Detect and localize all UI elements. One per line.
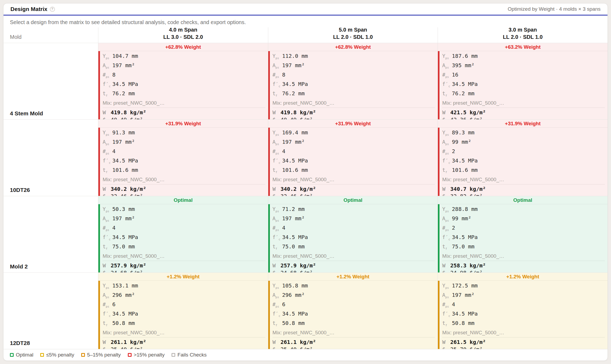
property-line-n: #ps4 (442, 301, 605, 310)
metric-line-cost: $40.49 $/m² (103, 116, 265, 119)
legend-item-5: Fails Checks (172, 352, 207, 358)
mix-line: Mix: preset_NWC_5000_… (103, 252, 265, 260)
design-cell-r2c3[interactable]: +31.9% WeightYps89.3 mmAps99 mm²#ps2f′c3… (438, 119, 608, 196)
design-cell-r1c3[interactable]: +63.2% WeightYps187.6 mmAps395 mm²#ps16f… (438, 43, 608, 119)
property-line-y: Yps105.8 mm (273, 282, 435, 291)
metrics-divider (273, 337, 435, 338)
property-line-a: Aps99 mm² (442, 215, 605, 224)
span-label: 3.0 m Span (509, 26, 537, 33)
metric-line-w: W261.1 kg/m² (103, 339, 265, 346)
metric-line-w: W419.8 kg/m² (103, 109, 265, 116)
design-cell-details: Yps105.8 mmAps296 mm²#ps6f′c34.5 MPatf50… (268, 281, 438, 349)
property-line-a: Aps296 mm² (103, 291, 265, 301)
metric-line-w: W340.2 kg/m² (103, 185, 265, 193)
status-badge: Optimal (268, 196, 438, 204)
mix-line: Mix: preset_NWC_5000_… (103, 176, 265, 183)
metric-line-cost: $24.68 $/m² (273, 269, 435, 272)
legend-swatch-icon (81, 353, 85, 357)
panel-header: Design Matrix ? Optimized by Weight · 4 … (3, 3, 608, 16)
metric-line-cost: $32.46 $/m² (103, 193, 265, 196)
mix-line: Mix: preset_NWC_5000_… (103, 329, 265, 336)
span-column-header-2: 5.0 m SpanLL 2.0 · SDL 1.0 (268, 27, 438, 43)
legend-label: >15% penalty (134, 352, 165, 358)
design-cell-r3c3[interactable]: OptimalYps288.8 mmAps99 mm²#ps2f′c34.5 M… (438, 196, 608, 272)
metric-line-cost: $32.46 $/m² (273, 193, 435, 196)
property-line-n: #ps6 (103, 301, 265, 310)
help-icon[interactable]: ? (50, 7, 55, 12)
span-label: 5.0 m Span (339, 26, 367, 33)
design-cell-r4c3[interactable]: +1.2% WeightYps172.5 mmAps197 mm²#ps4f′c… (438, 272, 608, 349)
mix-line: Mix: preset_NWC_5000_… (273, 176, 435, 183)
metric-line-w: W261.5 kg/m² (442, 339, 605, 346)
property-line-n: #ps16 (442, 71, 605, 81)
mix-line: Mix: preset_NWC_5000_… (442, 329, 605, 336)
legend-swatch-icon (128, 353, 132, 357)
property-line-tf: tf101.6 mm (273, 166, 435, 176)
status-badge: +31.9% Weight (98, 120, 268, 128)
mold-column-header: Mold (3, 27, 98, 43)
design-cell-details: Yps288.8 mmAps99 mm²#ps2f′c34.5 MPatf75.… (438, 204, 608, 272)
status-badge: +1.2% Weight (438, 273, 608, 281)
design-cell-r2c1[interactable]: +31.9% WeightYps91.3 mmAps197 mm²#ps4f′c… (98, 119, 268, 196)
design-cell-r4c1[interactable]: +1.2% WeightYps153.1 mmAps296 mm²#ps6f′c… (98, 272, 268, 349)
design-cell-r2c2[interactable]: +31.9% WeightYps169.4 mmAps197 mm²#ps4f′… (268, 119, 438, 196)
design-cell-details: Yps153.1 mmAps296 mm²#ps6f′c34.5 MPatf50… (98, 281, 268, 349)
span-label: 4.0 m Span (169, 26, 198, 33)
design-cell-details: Yps172.5 mmAps197 mm²#ps4f′c34.5 MPatf50… (438, 281, 608, 349)
metrics-divider (103, 108, 265, 108)
design-cell-r1c2[interactable]: +62.8% WeightYps112.0 mmAps197 mm²#ps8f′… (268, 43, 438, 119)
property-line-tf: tf50.8 mm (442, 320, 605, 329)
metric-line-cost: $24.98 $/m² (442, 269, 605, 272)
status-badge: +31.9% Weight (268, 120, 438, 128)
legend-label: ≤5% penalty (46, 352, 74, 358)
property-line-n: #ps8 (273, 71, 435, 81)
mold-row-label: 12DT28 (3, 272, 98, 349)
property-line-n: #ps4 (103, 224, 265, 234)
design-cell-r4c2[interactable]: +1.2% WeightYps105.8 mmAps296 mm²#ps6f′c… (268, 272, 438, 349)
mold-row-label: 10DT26 (3, 119, 98, 196)
design-matrix-table: Mold 4.0 m SpanLL 3.0 · SDL 2.05.0 m Spa… (3, 27, 608, 349)
loads-label: LL 2.0 · SDL 1.0 (503, 33, 543, 41)
metric-line-cost: $25.40 $/m² (273, 346, 435, 349)
property-line-fc: f′c34.5 MPa (442, 310, 605, 320)
design-cell-details: Yps187.6 mmAps395 mm²#ps16f′c34.5 MPatf7… (438, 51, 608, 119)
property-line-tf: tf50.8 mm (103, 320, 265, 329)
design-cell-r3c2[interactable]: OptimalYps71.2 mmAps197 mm²#ps4f′c34.5 M… (268, 196, 438, 272)
metrics-divider (442, 337, 605, 338)
metric-line-w: W421.5 kg/m² (442, 109, 605, 116)
design-cell-details: Yps169.4 mmAps197 mm²#ps4f′c34.5 MPatf10… (268, 128, 438, 196)
property-line-fc: f′c34.5 MPa (103, 310, 265, 320)
property-line-y: Yps104.7 mm (103, 52, 265, 62)
legend-item-2: ≤5% penalty (40, 352, 74, 358)
property-line-a: Aps197 mm² (103, 62, 265, 71)
design-matrix-panel: Design Matrix ? Optimized by Weight · 4 … (3, 3, 608, 361)
status-badge: +1.2% Weight (98, 273, 268, 281)
loads-label: LL 2.0 · SDL 1.0 (333, 33, 373, 41)
mix-line: Mix: preset_NWC_5000_… (103, 99, 265, 107)
status-badge: +1.2% Weight (268, 273, 438, 281)
property-line-tf: tf75.0 mm (103, 243, 265, 252)
design-cell-r1c1[interactable]: +62.8% WeightYps104.7 mmAps197 mm²#ps8f′… (98, 43, 268, 119)
design-cell-r3c1[interactable]: OptimalYps50.3 mmAps197 mm²#ps4f′c34.5 M… (98, 196, 268, 272)
page-title: Design Matrix (10, 6, 47, 12)
property-line-tf: tf75.0 mm (273, 243, 435, 252)
design-cell-details: Yps71.2 mmAps197 mm²#ps4f′c34.5 MPatf75.… (268, 204, 438, 272)
legend-swatch-icon (172, 353, 175, 357)
metrics-divider (273, 261, 435, 261)
design-cell-details: Yps112.0 mmAps197 mm²#ps8f′c34.5 MPatf76… (268, 51, 438, 119)
legend-item-3: 5–15% penalty (81, 352, 121, 358)
metrics-divider (442, 108, 605, 108)
legend-label: Fails Checks (177, 352, 207, 358)
property-line-n: #ps4 (273, 224, 435, 234)
property-line-y: Yps71.2 mm (273, 206, 435, 215)
legend-label: Optimal (16, 352, 33, 358)
mix-line: Mix: preset_NWC_5000_… (273, 252, 435, 260)
span-column-header-3: 3.0 m SpanLL 2.0 · SDL 1.0 (438, 27, 608, 43)
design-cell-details: Yps89.3 mmAps99 mm²#ps2f′c34.5 MPatf101.… (438, 128, 608, 196)
metric-line-w: W340.2 kg/m² (273, 185, 435, 193)
mold-row-label: 4 Stem Mold (3, 43, 98, 119)
legend-swatch-icon (10, 353, 14, 357)
legend-item-4: >15% penalty (128, 352, 165, 358)
property-line-y: Yps169.4 mm (273, 129, 435, 138)
mix-line: Mix: preset_NWC_5000_… (273, 99, 435, 107)
